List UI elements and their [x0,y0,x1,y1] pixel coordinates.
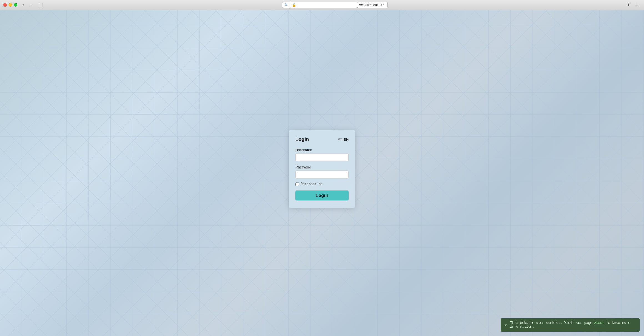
browser-content: Login PT | EN Username Password Remember… [0,10,644,336]
login-button[interactable]: Login [295,190,349,200]
sidebar-toggle-button[interactable]: ⬜ [37,2,44,8]
username-group: Username [295,148,349,161]
search-icon: 🔍 [285,3,288,6]
url-text: website.com [359,3,378,7]
username-label: Username [295,148,349,152]
cookie-text: This Website uses cookies. Visit our pag… [510,321,636,329]
browser-actions: ⬆ + [625,2,641,8]
login-title: Login [295,136,309,142]
cookie-close-button[interactable]: ✕ [505,323,508,327]
minimize-window-button[interactable] [9,3,12,7]
reload-button[interactable]: ↻ [380,3,385,7]
cookie-about-link[interactable]: About [594,321,604,325]
maximize-window-button[interactable] [14,3,17,7]
nav-buttons: ‹ › [20,2,35,8]
lang-pt-button[interactable]: PT [338,138,342,141]
lock-icon: 🔒 [290,2,358,8]
username-input[interactable] [295,153,349,161]
cookie-banner: ✕ This Website uses cookies. Visit our p… [501,318,640,332]
lang-separator: | [343,138,343,141]
lang-en-button[interactable]: EN [344,138,349,141]
traffic-lights [3,3,17,7]
remember-me-label[interactable]: Remember me [301,182,323,186]
address-bar[interactable]: 🔍 🔒 website.com ↻ [282,2,388,8]
password-input[interactable] [295,170,349,178]
password-group: Password [295,165,349,178]
login-header: Login PT | EN [295,136,349,142]
remember-me-group: Remember me [295,182,349,186]
lang-switcher: PT | EN [338,138,349,141]
login-card: Login PT | EN Username Password Remember… [289,130,355,208]
password-label: Password [295,165,349,169]
cookie-text-before: This Website uses cookies. Visit our pag… [510,321,594,325]
close-window-button[interactable] [3,3,7,7]
browser-chrome: ‹ › ⬜ 🔍 🔒 website.com ↻ ⬆ + [0,0,644,10]
remember-me-checkbox[interactable] [295,182,299,186]
forward-button[interactable]: › [27,2,35,8]
new-tab-button[interactable]: + [633,2,641,8]
share-button[interactable]: ⬆ [625,2,632,8]
address-bar-container: 🔍 🔒 website.com ↻ [46,2,623,8]
back-button[interactable]: ‹ [20,2,27,8]
